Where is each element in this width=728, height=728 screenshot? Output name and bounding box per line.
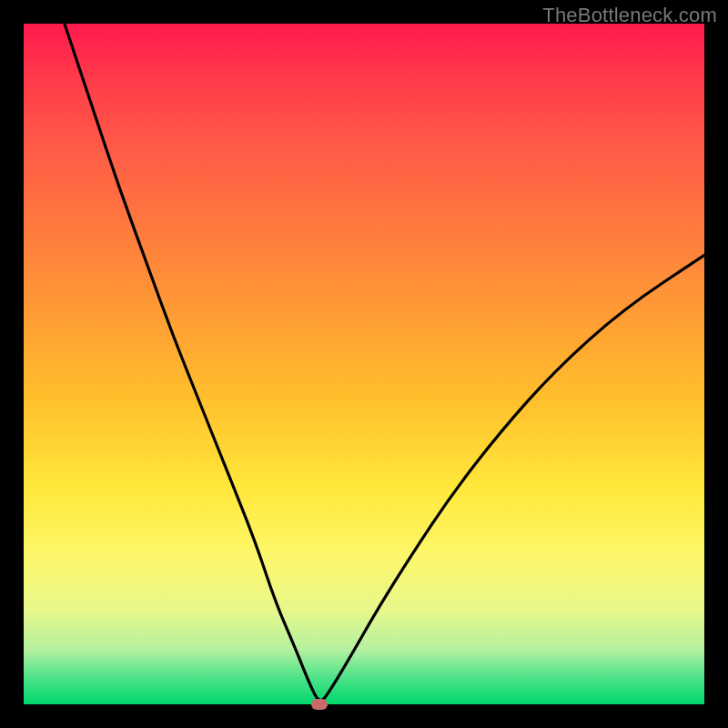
plot-area [24,24,704,704]
chart-container: TheBottleneck.com [0,0,728,728]
bottleneck-curve [24,24,704,704]
optimal-point-marker [311,699,328,710]
